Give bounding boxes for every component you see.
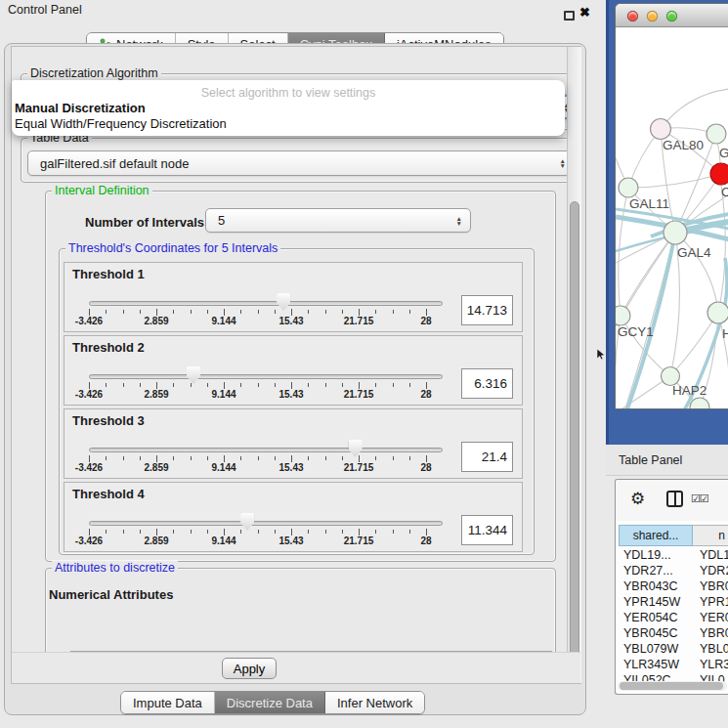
cell-shared-name[interactable]: YER054C [619, 610, 693, 625]
table-row[interactable]: YBR043CYBR0 [619, 578, 728, 594]
threshold-panel: Threshold 4-3.4262.8599.14415.4321.71528… [64, 482, 523, 552]
table-row[interactable]: YER054CYER0 [619, 610, 728, 625]
cell-name[interactable]: YBR0 [693, 625, 728, 641]
slider-handle[interactable] [240, 513, 254, 531]
cell-name[interactable]: YDL1 [693, 547, 728, 563]
columns-icon[interactable] [666, 491, 683, 507]
slider-track[interactable] [89, 448, 443, 452]
column-header-shared-name[interactable]: shared... [619, 525, 693, 546]
tick-mark [409, 383, 410, 387]
slider-handle[interactable] [187, 366, 200, 384]
slider-handle[interactable] [277, 293, 290, 311]
slider-handle[interactable] [349, 440, 363, 457]
tick-mark [191, 310, 192, 314]
threshold-label: Threshold 3 [72, 413, 145, 428]
algorithm-option-manual[interactable]: Manual Discretization [15, 101, 146, 115]
tick-label: 2.859 [135, 462, 178, 473]
table-hscrollbar[interactable] [618, 681, 727, 691]
network-node[interactable] [619, 178, 638, 197]
slider-track[interactable] [89, 521, 443, 526]
threshold-value-field[interactable]: 11.344 [461, 515, 513, 545]
cell-name[interactable]: YBR0 [693, 578, 728, 594]
table-row[interactable]: YPR145WYPR1 [619, 594, 728, 610]
slider-track[interactable] [89, 374, 443, 379]
slider-track[interactable] [89, 301, 443, 306]
table-row[interactable]: YDR27...YDR2 [619, 563, 728, 578]
threshold-label: Threshold 1 [72, 267, 145, 281]
tab-discretize-data[interactable]: Discretize Data [215, 692, 325, 713]
table-row[interactable]: YBL079WYBL0 [619, 641, 728, 657]
network-node[interactable] [651, 119, 671, 140]
network-node[interactable] [710, 163, 728, 185]
settings-scrollbar-thumb[interactable] [570, 201, 579, 672]
checkboxes-icon[interactable]: ☑☑ [691, 492, 708, 505]
tick-mark [359, 455, 360, 462]
cell-shared-name[interactable]: YBR043C [619, 578, 693, 594]
cell-name[interactable]: YLR3 [693, 657, 728, 672]
cell-name[interactable]: YBL0 [693, 641, 728, 657]
network-node-label: GAL11 [629, 196, 669, 211]
table-row[interactable]: YLR345WYLR3 [619, 657, 728, 672]
settings-scrollbar[interactable] [567, 47, 581, 683]
network-canvas[interactable]: GAL80GACGAL11GAL4GCY1HHAP2 [616, 28, 728, 409]
close-traffic-light-icon[interactable] [627, 11, 638, 21]
cell-shared-name[interactable]: YLR345W [619, 657, 693, 672]
tick-mark [409, 310, 410, 314]
table-hscrollbar-thumb[interactable] [620, 682, 723, 690]
threshold-panel: Threshold 2-3.4262.8599.14415.4321.71528… [64, 335, 523, 406]
tick-mark [308, 310, 309, 314]
apply-button[interactable]: Apply [222, 658, 277, 679]
network-window-titlebar[interactable] [616, 4, 728, 27]
tick-mark [342, 456, 343, 460]
num-intervals-combobox[interactable]: 5 ▲▼ [205, 208, 471, 233]
tick-mark [240, 530, 241, 534]
tick-label: 15.43 [270, 316, 313, 326]
table-toolbar: ⚙ ☑☑ [616, 480, 728, 521]
network-node[interactable] [707, 124, 726, 144]
cell-shared-name[interactable]: YDL19... [619, 547, 693, 563]
zoom-traffic-light-icon[interactable] [666, 11, 677, 21]
network-node-label: GAL80 [663, 138, 704, 152]
cyni-mode-tabbar: Impute Data Discretize Data Infer Networ… [120, 691, 425, 714]
gear-icon[interactable]: ⚙ [630, 490, 645, 509]
tick-mark [275, 310, 276, 314]
close-icon[interactable]: ✖ [579, 5, 590, 20]
cell-shared-name[interactable]: YBL079W [619, 641, 693, 657]
table-row[interactable]: YDL19...YDL1 [619, 547, 728, 563]
tick-mark [291, 455, 292, 462]
tick-mark [359, 529, 360, 535]
tick-mark [240, 310, 241, 314]
algorithm-option-equal-width[interactable]: Equal Width/Frequency Discretization [15, 116, 227, 131]
tab-infer-network[interactable]: Infer Network [325, 692, 424, 713]
threshold-label: Threshold 4 [72, 487, 145, 501]
cell-shared-name[interactable]: YBR045C [619, 625, 693, 641]
tick-label: 9.144 [202, 389, 245, 400]
float-window-icon[interactable] [564, 11, 575, 21]
tab-impute-data[interactable]: Impute Data [121, 692, 215, 713]
threshold-value-field[interactable]: 6.316 [461, 368, 513, 399]
tick-mark [375, 383, 376, 387]
network-node[interactable] [664, 221, 687, 244]
cell-name[interactable]: YER0 [693, 610, 728, 625]
threshold-sliders-container: Threshold 1-3.4262.8599.14415.4321.71528… [64, 262, 523, 552]
table-row[interactable]: YBR045CYBR0 [619, 625, 728, 641]
cell-shared-name[interactable]: YPR145W [619, 594, 693, 610]
tick-mark [258, 310, 259, 314]
table-data-combobox[interactable]: galFiltered.sif default node ▲▼ [27, 150, 575, 176]
threshold-value-field[interactable]: 21.4 [461, 442, 513, 472]
threshold-value-field[interactable]: 14.713 [461, 295, 513, 325]
tick-mark [106, 383, 107, 387]
cell-name[interactable]: YPR1 [693, 594, 728, 610]
minimize-traffic-light-icon[interactable] [647, 11, 658, 21]
network-node[interactable] [616, 306, 630, 325]
column-header-name[interactable]: n [693, 525, 728, 546]
algorithm-dropdown-popup: Select algorithm to view settings Manual… [12, 80, 565, 136]
tick-label: -3.426 [67, 535, 110, 546]
network-node[interactable] [707, 302, 728, 323]
algorithm-prompt-item[interactable]: Select algorithm to view settings [12, 86, 565, 100]
tick-mark [191, 530, 192, 534]
cell-name[interactable]: YDR2 [693, 563, 728, 578]
network-view-window: GAL80GACGAL11GAL4GCY1HHAP2 [615, 3, 728, 409]
numerical-attributes-label: Numerical Attributes [49, 587, 173, 602]
cell-shared-name[interactable]: YDR27... [619, 563, 693, 578]
